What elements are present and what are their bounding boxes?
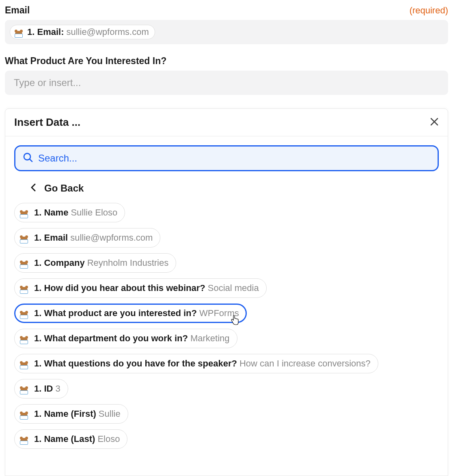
wpforms-icon (19, 383, 29, 394)
chip-value: Reynholm Industries (87, 258, 169, 268)
data-list[interactable]: 1. NameSullie Eloso1. Emailsullie@wpform… (5, 203, 448, 476)
search-input-wrap[interactable] (14, 145, 439, 171)
wpforms-icon (19, 308, 29, 319)
product-label: What Product Are You Interested In? (5, 56, 166, 67)
chip-prefix: 1. Name (34, 207, 68, 218)
chip-prefix: 1. Email (34, 233, 68, 243)
data-chip[interactable]: 1. What department do you work in?Market… (14, 329, 237, 348)
search-input[interactable] (38, 153, 430, 164)
chip-prefix: 1. Company (34, 258, 85, 268)
data-chip[interactable]: 1. ID3 (14, 379, 68, 398)
chip-value: How can I increase conversions? (239, 358, 371, 369)
product-field[interactable]: Type or insert... (5, 71, 448, 95)
chip-value: Eloso (97, 434, 120, 444)
chip-value: Marketing (190, 333, 230, 344)
chip-prefix: 1. Name (First) (34, 409, 96, 419)
data-chip[interactable]: 1. What questions do you have for the sp… (14, 354, 378, 373)
chip-prefix: 1. What product are you interested in? (34, 308, 197, 319)
email-field[interactable]: 1. Email: sullie@wpforms.com (5, 20, 448, 44)
wpforms-icon (19, 283, 29, 293)
close-icon[interactable] (430, 117, 439, 128)
go-back-label: Go Back (44, 183, 84, 194)
email-label: Email (5, 5, 30, 16)
email-token[interactable]: 1. Email: sullie@wpforms.com (10, 25, 155, 39)
data-chip[interactable]: 1. Name (Last)Eloso (14, 429, 127, 449)
wpforms-icon (19, 358, 29, 369)
chip-prefix: 1. How did you hear about this webinar? (34, 283, 205, 293)
data-chip[interactable]: 1. How did you hear about this webinar?S… (14, 278, 267, 298)
data-chip[interactable]: 1. Emailsullie@wpforms.com (14, 228, 160, 248)
chip-value: Sullie (99, 409, 121, 419)
email-token-prefix: 1. Email: (27, 27, 64, 37)
chip-prefix: 1. What questions do you have for the sp… (34, 358, 237, 369)
data-chip[interactable]: 1. Name (First)Sullie (14, 404, 128, 424)
wpforms-icon (19, 258, 29, 268)
chip-prefix: 1. Name (Last) (34, 434, 95, 444)
go-back-button[interactable]: Go Back (5, 175, 448, 203)
chip-value: WPForms (199, 308, 239, 319)
chip-value: sullie@wpforms.com (70, 233, 153, 243)
wpforms-icon (19, 333, 29, 344)
insert-data-modal: Insert Data ... Go Back 1. NameSullie El… (5, 108, 448, 476)
wpforms-icon (19, 434, 29, 444)
required-indicator: (required) (410, 5, 448, 16)
chip-value: 3 (55, 383, 60, 394)
chip-value: Sullie Eloso (71, 207, 117, 218)
data-chip[interactable]: 1. What product are you interested in?WP… (14, 304, 247, 323)
wpforms-icon (19, 233, 29, 243)
wpforms-icon (19, 207, 29, 218)
chip-prefix: 1. What department do you work in? (34, 333, 188, 344)
data-chip[interactable]: 1. NameSullie Eloso (14, 203, 125, 222)
data-chip[interactable]: 1. CompanyReynholm Industries (14, 253, 176, 273)
chip-prefix: 1. ID (34, 383, 53, 394)
chip-value: Social media (208, 283, 259, 293)
svg-line-1 (30, 159, 32, 162)
search-icon (23, 152, 33, 164)
wpforms-icon (13, 27, 24, 37)
email-token-value: sullie@wpforms.com (66, 27, 149, 37)
chevron-left-icon (30, 183, 36, 194)
wpforms-icon (19, 409, 29, 419)
modal-title: Insert Data ... (14, 116, 80, 129)
